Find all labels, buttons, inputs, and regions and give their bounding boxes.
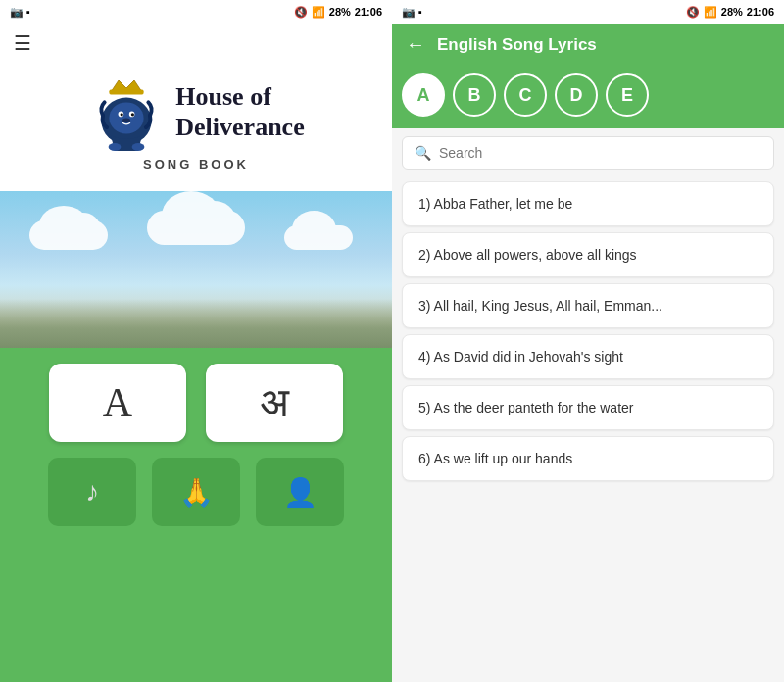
bottom-icon-row: ♪ 🙏 👤 (20, 458, 372, 526)
right-battery-text: 28% (721, 6, 743, 18)
search-input[interactable] (439, 145, 761, 161)
svg-point-7 (131, 113, 134, 116)
lion-logo-icon (87, 73, 166, 151)
language-buttons: A अ (20, 364, 372, 442)
hindi-lang-button[interactable]: अ (206, 364, 343, 442)
list-item[interactable]: 5) As the deer panteth for the water (402, 385, 774, 430)
song-number: 6) (418, 451, 430, 466)
song-title: As David did in Jehovah's sight (434, 349, 623, 365)
list-item[interactable]: 1) Abba Father, let me be (402, 181, 774, 226)
song-title: As the deer panteth for the water (434, 400, 634, 415)
app-title: House of Deliverance (175, 81, 304, 142)
song-number: 5) (418, 400, 430, 415)
svg-point-9 (109, 143, 122, 151)
search-icon: 🔍 (415, 145, 431, 161)
song-title: Above all powers, above all kings (434, 247, 637, 263)
left-status-left: 📷 ▪ (10, 6, 30, 19)
sky-background (0, 191, 392, 348)
svg-point-8 (122, 118, 130, 122)
left-panel: 📷 ▪ 🔇 📶 28% 21:06 ☰ (0, 0, 392, 682)
song-number: 1) (418, 196, 430, 212)
cloud-2 (147, 211, 245, 245)
svg-point-6 (121, 113, 123, 116)
logo-area: House of Deliverance SONG BOOK (0, 63, 392, 191)
left-status-icons: 🔇 📶 28% 21:06 (294, 6, 382, 19)
english-lang-button[interactable]: A (49, 364, 186, 442)
app-subtitle: SONG BOOK (143, 157, 249, 171)
alpha-C[interactable]: C (504, 73, 547, 117)
green-section: A अ ♪ 🙏 👤 (0, 348, 392, 682)
list-item[interactable]: 3) All hail, King Jesus, All hail, Emman… (402, 283, 774, 328)
hamburger-bar: ☰ (0, 24, 392, 63)
mute-icon: 🔇 (294, 6, 308, 19)
svg-rect-1 (110, 90, 144, 95)
wifi-icon: 📶 (312, 6, 325, 19)
song-number: 4) (418, 349, 430, 365)
song-number: 2) (418, 247, 430, 263)
hamburger-icon[interactable]: ☰ (14, 32, 31, 54)
song-list: 1) Abba Father, let me be 2) Above all p… (392, 177, 784, 682)
alpha-E[interactable]: E (606, 73, 649, 117)
time-left: 21:06 (355, 6, 382, 18)
right-mute-icon: 🔇 (686, 6, 700, 19)
music-icon: ♪ (85, 476, 99, 508)
alpha-B[interactable]: B (453, 73, 496, 117)
song-title: All hail, King Jesus, All hail, Emman... (434, 298, 662, 314)
battery-text-left: 28% (329, 6, 351, 18)
alphabet-row: A B C D E (392, 66, 784, 128)
top-bar: ← English Song Lyrics (392, 24, 784, 66)
prayer-button[interactable]: 🙏 (152, 458, 240, 526)
right-status-left: 📷 ▪ (402, 6, 422, 19)
alpha-D[interactable]: D (555, 73, 598, 117)
right-status-bar: 📷 ▪ 🔇 📶 28% 21:06 (392, 0, 784, 24)
cloud-3 (284, 225, 353, 250)
contact-icon: 👤 (283, 476, 318, 509)
search-bar: 🔍 (402, 136, 774, 170)
song-title: Abba Father, let me be (434, 196, 573, 212)
logo-row: House of Deliverance (87, 73, 304, 151)
skyline (0, 299, 392, 348)
right-panel: 📷 ▪ 🔇 📶 28% 21:06 ← English Song Lyrics … (392, 0, 784, 682)
right-status-icons: 🔇 📶 28% 21:06 (686, 6, 774, 19)
svg-point-3 (110, 102, 144, 133)
song-number: 3) (418, 298, 430, 314)
app-title-block: House of Deliverance (175, 81, 304, 142)
svg-point-10 (132, 143, 145, 151)
page-title: English Song Lyrics (437, 35, 597, 55)
list-item[interactable]: 4) As David did in Jehovah's sight (402, 334, 774, 379)
alpha-A[interactable]: A (402, 73, 445, 117)
cloud-1 (29, 220, 108, 250)
right-wifi-icon: 📶 (704, 6, 717, 19)
back-button[interactable]: ← (406, 33, 425, 56)
contact-button[interactable]: 👤 (256, 458, 344, 526)
left-status-bar: 📷 ▪ 🔇 📶 28% 21:06 (0, 0, 392, 24)
list-item[interactable]: 6) As we lift up our hands (402, 436, 774, 481)
list-item[interactable]: 2) Above all powers, above all kings (402, 232, 774, 277)
music-button[interactable]: ♪ (48, 458, 136, 526)
song-title: As we lift up our hands (434, 451, 573, 466)
right-time: 21:06 (747, 6, 774, 18)
prayer-icon: 🙏 (179, 476, 214, 509)
